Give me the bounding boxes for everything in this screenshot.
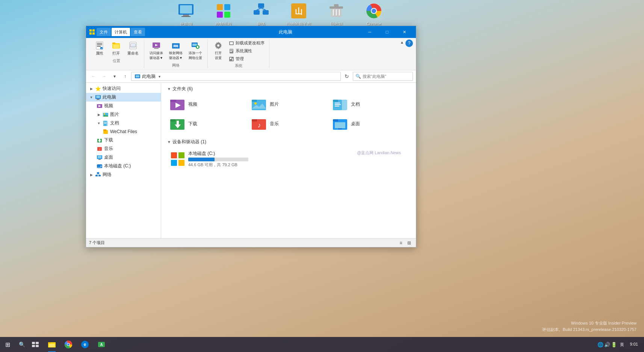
ribbon-small-group-system: 卸载或更改程序 系统属性 管理: [227, 39, 266, 62]
ribbon-btn-map-network[interactable]: 网络 映射网络驱动器▼: [167, 39, 185, 62]
nav-back-button[interactable]: ←: [89, 72, 98, 81]
tray-volume-icon[interactable]: 🔊: [604, 342, 610, 347]
svg-rect-31: [97, 46, 101, 47]
tray-language[interactable]: 英: [618, 342, 626, 347]
taskbar-app-chrome[interactable]: [60, 337, 77, 352]
refresh-button[interactable]: ↻: [342, 72, 351, 81]
search-box[interactable]: 🔍: [353, 72, 413, 81]
taskbar-app-explorer[interactable]: [44, 337, 60, 352]
folder-item-videos[interactable]: 视频: [167, 95, 247, 113]
svg-rect-91: [97, 172, 99, 174]
sidebar-item-network[interactable]: ▶ 网络: [86, 170, 161, 179]
help-button[interactable]: ?: [405, 39, 413, 47]
drives-section-header: ▼ 设备和驱动器 (1): [167, 139, 410, 145]
ribbon-btn-system-props[interactable]: 系统属性: [227, 47, 266, 55]
close-button[interactable]: ✕: [396, 26, 413, 38]
ribbon-btn-settings-label: 打开设置: [215, 51, 222, 61]
nav-up-button[interactable]: ↑: [121, 72, 130, 81]
ribbon-collapse-button[interactable]: ▲: [399, 39, 405, 68]
ribbon-btn-open[interactable]: 打开: [109, 39, 124, 58]
nav-recent-button[interactable]: ▾: [110, 72, 119, 81]
title-tab-file[interactable]: 文件: [97, 28, 111, 36]
svg-rect-47: [192, 44, 197, 46]
title-bar: 文件 计算机 查看 此电脑 ─ □ ✕: [86, 26, 416, 38]
sidebar-item-wechat[interactable]: WeChat Files: [86, 127, 161, 136]
sidebar-item-quick-access-label: 快速访问: [103, 85, 158, 92]
svg-rect-105: [333, 100, 338, 102]
desktop-icon-control-panel[interactable]: 控制面板: [210, 2, 237, 27]
desktop-icon-this-pc[interactable]: 此电脑: [173, 2, 199, 27]
folders-section-header: ▼ 文件夹 (6): [167, 86, 410, 92]
ribbon-btn-settings[interactable]: 打开设置: [211, 39, 226, 62]
folder-item-downloads[interactable]: 下载: [167, 115, 247, 133]
svg-point-23: [372, 9, 376, 13]
sidebar-item-desktop-label: 桌面: [104, 154, 158, 161]
search-input[interactable]: [363, 74, 410, 79]
task-view-button[interactable]: [29, 337, 42, 352]
svg-point-52: [217, 44, 219, 47]
folder-item-documents[interactable]: 文档: [330, 95, 410, 113]
sidebar-item-videos[interactable]: 视频: [86, 102, 161, 110]
ribbon-btn-add-network[interactable]: 添加一个网络位置: [186, 39, 204, 62]
svg-rect-1: [180, 5, 192, 14]
title-tab-computer[interactable]: 计算机: [112, 28, 130, 36]
folder-item-desktop[interactable]: 桌面: [330, 115, 410, 133]
tray-clock[interactable]: 9:01: [627, 341, 641, 347]
folder-item-pictures[interactable]: 图片: [249, 95, 329, 113]
svg-rect-108: [335, 106, 339, 106]
address-dropdown-button[interactable]: ▾: [156, 72, 163, 81]
sidebar-item-local-disk-label: 本地磁盘 (C:): [104, 163, 158, 169]
sidebar-item-pictures[interactable]: ▶ 图片: [86, 110, 161, 119]
sidebar-item-downloads[interactable]: 下载: [86, 136, 161, 144]
ribbon-btn-properties[interactable]: ✓ 属性: [92, 39, 107, 58]
sidebar-item-desktop[interactable]: 桌面: [86, 153, 161, 162]
svg-rect-36: [113, 44, 119, 48]
desktop-icon-shanhai[interactable]: 山 山地的扇子市: [286, 2, 312, 27]
ribbon-group-position-items: ✓ 属性: [92, 39, 141, 58]
desktop-icon-recycle[interactable]: 回收站: [323, 2, 349, 27]
folders-section-toggle[interactable]: ▼: [167, 87, 171, 91]
minimize-button[interactable]: ─: [361, 26, 378, 38]
sidebar: ▶ 快速访问 ▼: [86, 83, 161, 238]
recycle-icon: [327, 2, 345, 20]
svg-line-11: [257, 8, 261, 10]
grid-view-button[interactable]: ⊞: [405, 239, 413, 247]
taskbar-app-browser[interactable]: e: [77, 337, 93, 352]
sidebar-item-local-disk[interactable]: 本地磁盘 (C:): [86, 162, 161, 170]
svg-line-95: [98, 174, 100, 175]
title-tab-view[interactable]: 查看: [131, 28, 145, 36]
tray-network-icon[interactable]: 🌐: [597, 342, 603, 347]
ribbon-btn-rename[interactable]: 重命名: [125, 39, 141, 58]
ribbon-btn-media[interactable]: 访问媒体驱动器▼: [147, 39, 165, 62]
sidebar-item-network-label: 网络: [103, 171, 158, 178]
taskbar-app-other[interactable]: A: [93, 337, 110, 352]
sidebar-item-this-pc[interactable]: ▼ 此电脑: [86, 93, 161, 102]
address-path[interactable]: 此电脑 ▾: [131, 72, 341, 81]
list-view-button[interactable]: ≡: [397, 239, 405, 247]
sidebar-item-quick-access[interactable]: ▶ 快速访问: [86, 84, 161, 93]
svg-rect-79: [103, 129, 106, 131]
ribbon-btn-uninstall[interactable]: 卸载或更改程序: [227, 39, 266, 47]
sidebar-item-documents[interactable]: ▼ 文档: [86, 119, 161, 127]
start-button[interactable]: ⊞: [0, 337, 15, 352]
svg-text:e: e: [84, 342, 86, 347]
folder-item-music[interactable]: ♪ 音乐: [249, 115, 329, 133]
sidebar-item-music[interactable]: ♪ 音乐: [86, 144, 161, 153]
maximize-button[interactable]: □: [378, 26, 396, 38]
documents-expand-icon: ▼: [97, 121, 101, 126]
taskbar: ⊞ 🔍: [0, 337, 644, 352]
drives-section-toggle[interactable]: ▼: [167, 140, 171, 144]
desktop-icon-chrome[interactable]: Chrome: [361, 2, 387, 27]
ribbon-btn-manage[interactable]: 管理: [227, 55, 266, 62]
desktop-icon-network[interactable]: 网络: [248, 2, 274, 27]
tray-battery-icon[interactable]: 🔋: [611, 342, 617, 347]
explorer-window: 文件 计算机 查看 此电脑 ─ □ ✕: [86, 26, 416, 247]
search-button[interactable]: 🔍: [15, 337, 29, 352]
svg-rect-42: [154, 48, 159, 49]
svg-rect-127: [36, 345, 39, 347]
svg-rect-90: [97, 167, 101, 168]
nav-forward-button[interactable]: →: [100, 72, 109, 81]
drive-icon-c: [170, 152, 185, 167]
folder-icon-music: ♪: [252, 117, 267, 130]
settings-icon: [214, 41, 223, 50]
